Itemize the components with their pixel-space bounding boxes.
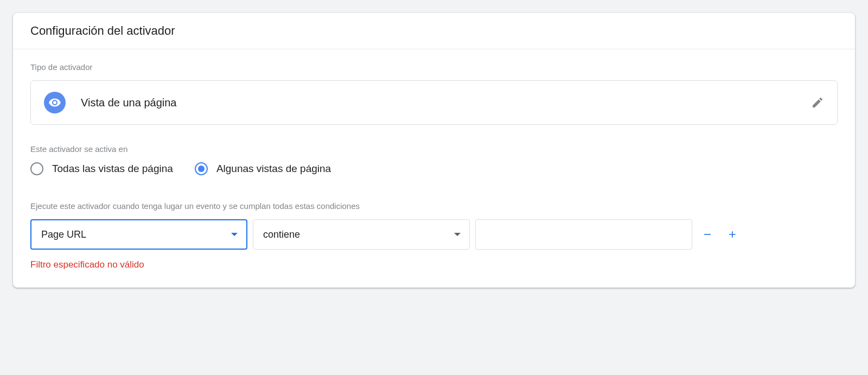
condition-variable-value: Page URL	[41, 229, 86, 240]
add-condition-button[interactable]	[723, 225, 742, 244]
trigger-config-card: Configuración del activador Tipo de acti…	[13, 13, 855, 288]
card-body: Tipo de activador Vista de una página Es…	[13, 49, 855, 288]
radio-all-pageviews[interactable]: Todas las vistas de página	[30, 162, 173, 175]
edit-icon[interactable]	[811, 96, 824, 109]
radio-some-pageviews[interactable]: Algunas vistas de página	[195, 162, 331, 175]
trigger-type-label: Tipo de activador	[30, 62, 838, 72]
radio-icon	[30, 162, 43, 175]
condition-variable-select[interactable]: Page URL	[30, 219, 247, 250]
card-title: Configuración del activador	[30, 24, 838, 38]
condition-operator-value: contiene	[263, 229, 300, 240]
radio-dot-icon	[198, 166, 205, 172]
trigger-type-value: Vista de una página	[81, 97, 811, 109]
radio-icon	[195, 162, 208, 175]
radio-some-label: Algunas vistas de página	[216, 163, 331, 175]
error-message: Filtro especificado no válido	[30, 259, 838, 270]
chevron-down-icon	[454, 231, 461, 238]
pageview-icon	[44, 92, 66, 113]
fires-on-label: Este activador se activa en	[30, 144, 838, 154]
trigger-type-row[interactable]: Vista de una página	[30, 80, 838, 125]
condition-row: Page URL contiene	[30, 219, 838, 250]
conditions-label: Ejecute este activador cuando tenga luga…	[30, 201, 838, 211]
condition-value-input[interactable]	[475, 219, 692, 250]
condition-operator-select[interactable]: contiene	[253, 219, 470, 250]
card-header: Configuración del activador	[13, 13, 855, 49]
remove-condition-button[interactable]	[698, 225, 717, 244]
fires-on-radio-group: Todas las vistas de página Algunas vista…	[30, 162, 838, 175]
chevron-down-icon	[231, 231, 238, 238]
radio-all-label: Todas las vistas de página	[52, 163, 173, 175]
